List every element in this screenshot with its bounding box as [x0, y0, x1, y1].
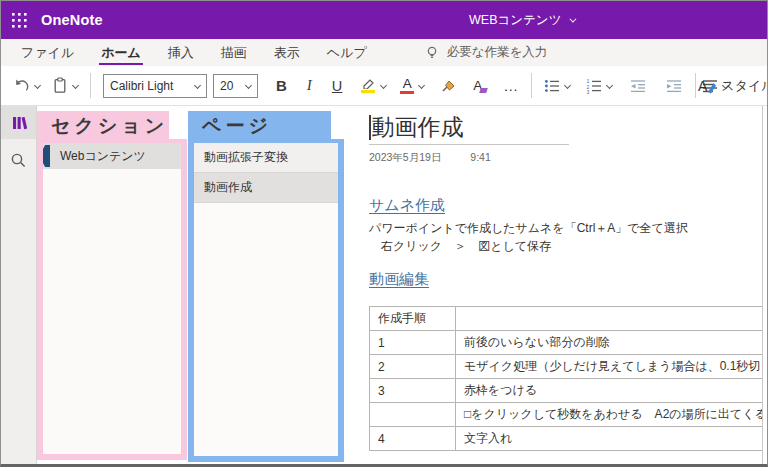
pages-list: 動画拡張子変換動画作成: [188, 139, 344, 462]
chevron-down-icon: [606, 82, 613, 89]
svg-text:3: 3: [587, 89, 590, 94]
table-cell-step[interactable]: 3: [370, 379, 456, 403]
page-item[interactable]: 動画拡張子変換: [194, 143, 338, 173]
highlighter-button[interactable]: [356, 71, 390, 101]
font-color-button[interactable]: A: [396, 71, 428, 101]
table-cell-step[interactable]: 作成手順: [370, 307, 456, 331]
chevron-down-icon: [570, 15, 577, 22]
chevron-down-icon: [194, 82, 201, 89]
decrease-indent-icon: [630, 78, 646, 94]
numbered-list-icon: 1 2 3: [586, 78, 602, 94]
format-painter-icon: [440, 78, 457, 94]
body-area: セクション Webコンテンツ ページ 動画拡張子変換動画作成 動画作成 2023…: [1, 106, 767, 467]
section-color-marker: [43, 145, 50, 167]
clear-formatting-button[interactable]: A: [469, 71, 491, 101]
note-table: 作成手順1前後のいらない部分の削除2モザイク処理（少しだけ見えてしまう場合は、0…: [369, 306, 763, 451]
underline-button[interactable]: U: [328, 71, 346, 101]
table-row: 2モザイク処理（少しだけ見えてしまう場合は、0.1秒切って削: [370, 355, 764, 379]
note-heading-link: サムネ作成: [369, 196, 445, 215]
chevron-down-icon: [418, 82, 425, 89]
table-cell-desc[interactable]: 文字入れ: [456, 427, 764, 451]
titlebar: OneNote WEBコンテンツ: [1, 1, 767, 39]
styles-label: スタイル: [721, 77, 767, 95]
notebook-switcher[interactable]: WEBコンテンツ: [469, 1, 574, 39]
app-launcher-button[interactable]: [1, 1, 37, 39]
table-row: 1前後のいらない部分の削除: [370, 331, 764, 355]
ribbon-toolbar: Calibri Light 20 B I U A: [1, 66, 767, 106]
menu-item[interactable]: 描画: [211, 39, 257, 66]
note-body: サムネ作成パワーポイントで作成したサムネを「Ctrl＋A」で全て選択 右クリック…: [369, 196, 762, 289]
font-name-select[interactable]: Calibri Light: [103, 74, 207, 98]
table-cell-desc[interactable]: 赤枠をつける: [456, 379, 764, 403]
search-icon: [10, 152, 27, 169]
note-text-line: 右クリック ＞ 図として保存: [369, 241, 762, 251]
search-button[interactable]: [1, 144, 36, 177]
bulleted-list-button[interactable]: [540, 71, 574, 101]
bold-button[interactable]: B: [272, 71, 291, 101]
table-row: 3赤枠をつける: [370, 379, 764, 403]
chevron-down-icon: [380, 82, 387, 89]
clear-formatting-icon: A: [473, 78, 487, 93]
font-size-value: 20: [220, 79, 233, 93]
format-painter-button[interactable]: [436, 71, 461, 101]
tell-me-button[interactable]: 必要な作業を入力: [425, 44, 548, 61]
section-item-label: Webコンテンツ: [60, 148, 146, 165]
note-canvas[interactable]: 動画作成 2023年5月19日 9:41 サムネ作成パワーポイントで作成したサム…: [346, 106, 763, 467]
page-title-block[interactable]: 動画作成: [369, 114, 569, 145]
menu-item[interactable]: 表示: [264, 39, 310, 66]
paste-button[interactable]: [48, 71, 82, 101]
waffle-icon: [12, 13, 27, 28]
menu-item[interactable]: ホーム: [91, 39, 151, 66]
notebooks-button[interactable]: [1, 106, 36, 139]
font-color-bar: [400, 91, 414, 94]
styles-icon: A: [698, 78, 716, 94]
numbered-list-button[interactable]: 1 2 3: [582, 71, 616, 101]
sections-header-label: セクション: [51, 113, 168, 139]
menu-item[interactable]: 挿入: [158, 39, 204, 66]
more-options-button[interactable]: …: [499, 71, 523, 101]
notebooks-icon: [10, 114, 28, 132]
ellipsis-icon: …: [503, 77, 519, 94]
menu-item[interactable]: ファイル: [11, 39, 84, 66]
font-size-select[interactable]: 20: [213, 74, 258, 98]
toolbar-divider: [695, 73, 696, 98]
undo-button[interactable]: [9, 71, 44, 101]
table-cell-step[interactable]: 2: [370, 355, 456, 379]
italic-button[interactable]: I: [303, 71, 316, 101]
styles-button[interactable]: A スタイル: [698, 66, 767, 106]
menu-item[interactable]: ヘルプ: [317, 39, 377, 66]
table-row: □をクリックして秒数をあわせる A2の場所に出てくる: [370, 403, 764, 427]
table-cell-desc[interactable]: モザイク処理（少しだけ見えてしまう場合は、0.1秒切って削: [456, 355, 764, 379]
menu-bar: ファイルホーム挿入描画表示ヘルプ 必要な作業を入力: [1, 39, 767, 66]
page-date: 2023年5月19日: [369, 151, 441, 163]
font-color-icon: A: [403, 77, 412, 91]
onenote-window: OneNote WEBコンテンツ ファイルホーム挿入描画表示ヘルプ 必要な作業を…: [0, 0, 768, 467]
table-row: 4文字入れ: [370, 427, 764, 451]
clipboard-icon: [52, 77, 68, 94]
font-name-value: Calibri Light: [110, 79, 173, 93]
table-cell-step[interactable]: [370, 403, 456, 427]
table-cell-desc[interactable]: □をクリックして秒数をあわせる A2の場所に出てくる: [456, 403, 764, 427]
note-section: 動画編集: [369, 270, 762, 289]
page-time: 9:41: [470, 151, 490, 163]
note-heading-link: 動画編集: [369, 270, 429, 289]
page-date-row: 2023年5月19日 9:41: [369, 151, 762, 164]
pages-header: ページ: [188, 111, 331, 141]
increase-indent-icon: [666, 78, 682, 94]
pages-header-label: ページ: [202, 113, 272, 139]
table-cell-desc[interactable]: 前後のいらない部分の削除: [456, 331, 764, 355]
highlighter-icon: [360, 78, 376, 89]
table-cell-step[interactable]: 1: [370, 331, 456, 355]
italic-label: I: [307, 77, 312, 94]
decrease-indent-button[interactable]: [626, 71, 650, 101]
page-item[interactable]: 動画作成: [194, 173, 338, 203]
pages-panel: ページ 動画拡張子変換動画作成: [188, 106, 346, 467]
underline-label: U: [332, 78, 342, 94]
tell-me-label: 必要な作業を入力: [447, 44, 548, 61]
text-cursor: [369, 115, 371, 140]
section-item[interactable]: Webコンテンツ: [43, 143, 181, 169]
table-cell-step[interactable]: 4: [370, 427, 456, 451]
sections-header: セクション: [37, 111, 169, 141]
table-cell-desc[interactable]: [456, 307, 764, 331]
increase-indent-button[interactable]: [662, 71, 686, 101]
